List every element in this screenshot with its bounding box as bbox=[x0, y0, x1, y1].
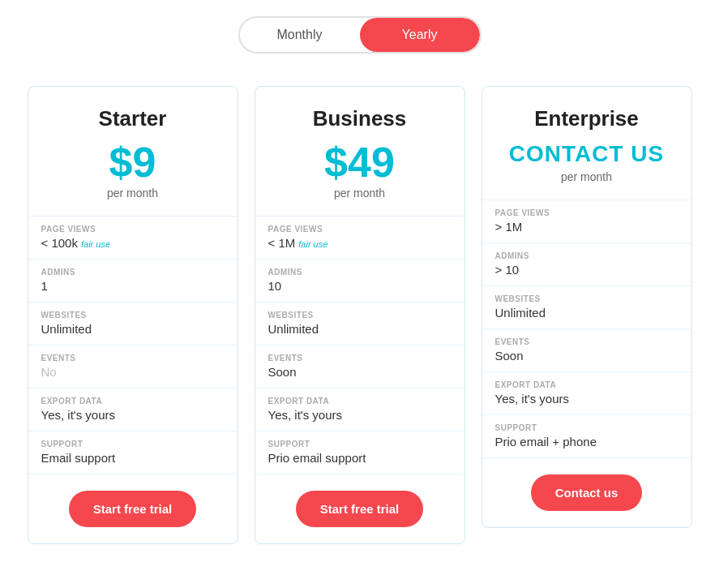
feature-value-container-starter-4: Yes, it's yours bbox=[41, 408, 225, 423]
plan-price-business: $49 bbox=[268, 141, 452, 183]
feature-value-container-enterprise-5: Prio email + phone bbox=[495, 435, 678, 449]
feature-label-starter-1: ADMINS bbox=[41, 268, 225, 277]
feature-label-enterprise-3: EVENTS bbox=[495, 337, 678, 346]
feature-label-enterprise-0: PAGE VIEWS bbox=[495, 208, 678, 217]
feature-label-enterprise-1: ADMINS bbox=[495, 251, 678, 260]
feature-value-container-enterprise-1: > 10 bbox=[495, 263, 678, 277]
feature-value-container-business-0: < 1Mfair use bbox=[268, 236, 452, 251]
plan-header-enterprise: EnterpriseCONTACT USper month bbox=[482, 87, 691, 200]
feature-value-container-business-5: Prio email support bbox=[268, 451, 452, 466]
feature-row-starter-3: EVENTSNo bbox=[28, 346, 238, 388]
feature-label-business-0: PAGE VIEWS bbox=[268, 225, 452, 234]
plan-header-business: Business$49per month bbox=[255, 87, 464, 217]
feature-row-starter-5: SUPPORTEmail support bbox=[28, 431, 238, 474]
feature-label-starter-5: SUPPORT bbox=[41, 440, 225, 449]
feature-label-starter-2: WEBSITES bbox=[41, 311, 225, 320]
feature-value-container-starter-1: 1 bbox=[41, 279, 225, 294]
feature-value-starter-1: 1 bbox=[41, 279, 48, 293]
feature-value-starter-3: No bbox=[41, 365, 57, 379]
feature-label-business-2: WEBSITES bbox=[268, 311, 452, 320]
feature-label-business-5: SUPPORT bbox=[268, 440, 452, 449]
feature-label-business-1: ADMINS bbox=[268, 268, 452, 277]
plan-per-month-business: per month bbox=[268, 187, 452, 200]
feature-label-starter-4: EXPORT DATA bbox=[41, 397, 225, 406]
feature-label-enterprise-4: EXPORT DATA bbox=[495, 380, 678, 389]
pricing-cards: Starter$9per monthPAGE VIEWS< 100kfair u… bbox=[16, 86, 703, 544]
plan-title-business: Business bbox=[268, 106, 452, 131]
feature-value-starter-2: Unlimited bbox=[41, 322, 92, 336]
feature-value-container-enterprise-0: > 1M bbox=[495, 220, 678, 234]
feature-row-starter-1: ADMINS1 bbox=[28, 260, 238, 303]
feature-row-business-3: EVENTSSoon bbox=[255, 346, 464, 388]
plan-header-starter: Starter$9per month bbox=[28, 87, 238, 217]
feature-value-starter-4: Yes, it's yours bbox=[41, 408, 116, 422]
plan-title-enterprise: Enterprise bbox=[495, 106, 678, 131]
feature-value-business-4: Yes, it's yours bbox=[268, 408, 343, 422]
feature-label-business-3: EVENTS bbox=[268, 354, 452, 363]
feature-value-enterprise-2: Unlimited bbox=[495, 306, 546, 320]
feature-value-starter-0: < 100k bbox=[41, 236, 78, 250]
feature-value-enterprise-4: Yes, it's yours bbox=[495, 392, 570, 406]
feature-row-business-0: PAGE VIEWS< 1Mfair use bbox=[255, 217, 464, 260]
feature-value-business-0: < 1M bbox=[268, 236, 296, 250]
feature-label-enterprise-2: WEBSITES bbox=[495, 294, 678, 303]
feature-value-business-3: Soon bbox=[268, 365, 297, 379]
cta-button-enterprise[interactable]: Contact us bbox=[531, 474, 643, 511]
feature-label-starter-0: PAGE VIEWS bbox=[41, 225, 225, 234]
monthly-toggle-btn[interactable]: Monthly bbox=[240, 18, 360, 52]
feature-value-business-2: Unlimited bbox=[268, 322, 319, 336]
feature-row-business-1: ADMINS10 bbox=[255, 260, 464, 303]
feature-value-container-starter-5: Email support bbox=[41, 451, 225, 466]
feature-row-enterprise-0: PAGE VIEWS> 1M bbox=[482, 200, 691, 243]
yearly-toggle-btn[interactable]: Yearly bbox=[360, 18, 480, 52]
feature-value-container-business-1: 10 bbox=[268, 279, 452, 294]
plan-title-starter: Starter bbox=[41, 106, 225, 131]
feature-row-enterprise-1: ADMINS> 10 bbox=[482, 243, 691, 286]
feature-value-container-starter-3: No bbox=[41, 365, 225, 380]
feature-value-container-enterprise-2: Unlimited bbox=[495, 306, 678, 320]
feature-value-enterprise-3: Soon bbox=[495, 349, 524, 363]
feature-value-container-enterprise-4: Yes, it's yours bbox=[495, 392, 678, 406]
feature-value-business-5: Prio email support bbox=[268, 451, 366, 465]
feature-value-container-business-4: Yes, it's yours bbox=[268, 408, 452, 423]
plan-contact-label-enterprise: CONTACT US bbox=[495, 141, 678, 167]
feature-label-enterprise-5: SUPPORT bbox=[495, 423, 678, 432]
plan-price-starter: $9 bbox=[41, 141, 225, 183]
plan-card-business: Business$49per monthPAGE VIEWS< 1Mfair u… bbox=[255, 86, 465, 544]
cta-button-starter[interactable]: Start free trial bbox=[69, 491, 197, 527]
cta-container-starter: Start free trial bbox=[28, 474, 238, 543]
feature-row-starter-2: WEBSITESUnlimited bbox=[28, 303, 238, 346]
plan-per-month-enterprise: per month bbox=[495, 170, 678, 183]
feature-value-starter-5: Email support bbox=[41, 451, 116, 465]
plan-card-enterprise: EnterpriseCONTACT USper monthPAGE VIEWS>… bbox=[481, 86, 692, 528]
feature-row-starter-4: EXPORT DATAYes, it's yours bbox=[28, 388, 238, 431]
feature-row-enterprise-5: SUPPORTPrio email + phone bbox=[482, 415, 691, 458]
feature-label-starter-3: EVENTS bbox=[41, 354, 225, 363]
billing-toggle: Monthly Yearly bbox=[238, 16, 481, 54]
fair-use-starter-0: fair use bbox=[81, 239, 110, 249]
feature-value-container-enterprise-3: Soon bbox=[495, 349, 678, 363]
cta-container-business: Start free trial bbox=[255, 474, 464, 543]
feature-value-container-starter-0: < 100kfair use bbox=[41, 236, 225, 251]
fair-use-business-0: fair use bbox=[298, 239, 327, 249]
plan-card-starter: Starter$9per monthPAGE VIEWS< 100kfair u… bbox=[28, 86, 238, 544]
feature-value-business-1: 10 bbox=[268, 279, 282, 293]
feature-value-enterprise-1: > 10 bbox=[495, 263, 520, 277]
feature-row-enterprise-4: EXPORT DATAYes, it's yours bbox=[482, 372, 691, 415]
feature-row-business-5: SUPPORTPrio email support bbox=[255, 431, 464, 474]
feature-row-business-2: WEBSITESUnlimited bbox=[255, 303, 464, 346]
feature-row-business-4: EXPORT DATAYes, it's yours bbox=[255, 388, 464, 431]
cta-container-enterprise: Contact us bbox=[482, 458, 691, 527]
feature-label-business-4: EXPORT DATA bbox=[268, 397, 452, 406]
cta-button-business[interactable]: Start free trial bbox=[296, 491, 424, 527]
feature-row-enterprise-3: EVENTSSoon bbox=[482, 329, 691, 372]
feature-row-starter-0: PAGE VIEWS< 100kfair use bbox=[28, 217, 238, 260]
feature-value-container-starter-2: Unlimited bbox=[41, 322, 225, 337]
feature-value-enterprise-0: > 1M bbox=[495, 220, 523, 234]
feature-row-enterprise-2: WEBSITESUnlimited bbox=[482, 286, 691, 329]
feature-value-container-business-3: Soon bbox=[268, 365, 452, 380]
plan-per-month-starter: per month bbox=[41, 187, 225, 200]
feature-value-enterprise-5: Prio email + phone bbox=[495, 435, 597, 449]
feature-value-container-business-2: Unlimited bbox=[268, 322, 452, 337]
